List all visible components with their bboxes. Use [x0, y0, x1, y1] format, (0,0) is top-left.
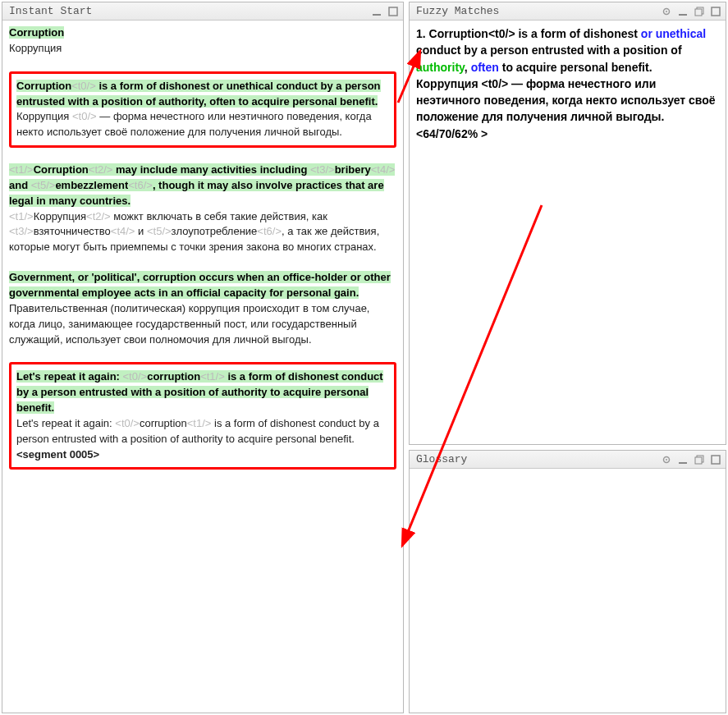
restore-icon[interactable] — [693, 5, 706, 18]
maximize-icon[interactable] — [709, 453, 722, 466]
glossary-title: Glossary — [416, 453, 657, 465]
fuzzy-src-pre: Corruption<t0/> is a form of dishonest — [429, 27, 641, 40]
segment-source: Corruption<t0/> is a form of dishonest o… — [16, 79, 389, 110]
fuzzy-header: Fuzzy Matches — [410, 2, 726, 21]
fuzzy-diff-often: often — [471, 61, 499, 74]
fuzzy-match-entry: 1. Corruption<t0/> is a form of dishones… — [416, 25, 719, 76]
glossary-panel: Glossary — [409, 450, 726, 713]
fuzzy-diff-authority: authority — [416, 61, 465, 74]
segment-source: Let's repeat it again: <t0/>corruption<t… — [16, 369, 389, 416]
segment-source: Corruption — [9, 25, 396, 41]
segment[interactable]: Government, or 'political', corruption o… — [9, 270, 396, 347]
svg-rect-6 — [695, 9, 702, 16]
minimize-icon[interactable] — [370, 5, 383, 18]
fuzzy-target: Коррупция <t0/> — форма нечестного или н… — [416, 76, 719, 126]
maximize-icon[interactable] — [387, 5, 400, 18]
fuzzy-diff-or: or — [641, 27, 652, 40]
fuzzy-num: 1. — [416, 27, 429, 40]
segment-target[interactable]: Коррупция — [9, 41, 396, 57]
gear-icon[interactable] — [660, 453, 673, 466]
segment[interactable]: <t1/>Corruption<t2/> may include many ac… — [9, 163, 396, 255]
segment[interactable]: Corruption<t0/> is a form of dishonest o… — [9, 71, 396, 148]
minimize-icon[interactable] — [676, 5, 689, 18]
svg-point-3 — [666, 11, 667, 12]
restore-icon[interactable] — [693, 453, 706, 466]
fuzzy-matches-panel: Fuzzy Matches 1. Corruption<t0/> is a fo… — [409, 2, 726, 445]
svg-rect-7 — [712, 7, 720, 16]
fuzzy-diff-unethical: unethical — [656, 27, 706, 40]
svg-rect-13 — [712, 456, 720, 464]
fuzzy-mid2: conduct by a person entrusted with a pos… — [416, 44, 682, 57]
fuzzy-title: Fuzzy Matches — [416, 5, 657, 17]
editor-body[interactable]: CorruptionКоррупцияCorruption<t0/> is a … — [2, 21, 403, 713]
svg-rect-10 — [679, 462, 687, 464]
segment-target[interactable]: <t1/>Коррупция<t2/> можкт включать в себ… — [9, 209, 396, 256]
svg-point-9 — [666, 459, 667, 461]
segment-target[interactable]: Let's repeat it again: <t0/>corruption<t… — [16, 416, 389, 463]
glossary-header: Glossary — [410, 451, 726, 469]
svg-rect-0 — [373, 14, 381, 16]
glossary-body[interactable] — [410, 469, 726, 713]
svg-rect-1 — [389, 7, 397, 16]
svg-rect-12 — [695, 457, 702, 464]
instant-start-panel: Instant Start CorruptionКоррупцияCorrupt… — [2, 2, 404, 713]
gear-icon[interactable] — [660, 5, 673, 18]
segment-source: <t1/>Corruption<t2/> may include many ac… — [9, 163, 396, 209]
fuzzy-tail: to acquire personal benefit. — [499, 61, 652, 74]
instant-start-title: Instant Start — [9, 5, 367, 17]
maximize-icon[interactable] — [709, 5, 722, 18]
fuzzy-score: <64/70/62% > — [416, 126, 719, 142]
fuzzy-body[interactable]: 1. Corruption<t0/> is a form of dishones… — [410, 21, 726, 444]
segment[interactable]: Let's repeat it again: <t0/>corruption<t… — [9, 362, 396, 470]
segment-target[interactable]: Правительственная (политическая) коррупц… — [9, 301, 396, 348]
segment-target[interactable]: Коррупция <t0/> — форма нечестного или н… — [16, 109, 389, 140]
minimize-icon[interactable] — [676, 453, 689, 466]
svg-rect-4 — [679, 14, 687, 16]
segment-source: Government, or 'political', corruption o… — [9, 270, 396, 301]
instant-start-header: Instant Start — [2, 2, 403, 21]
segment[interactable]: CorruptionКоррупция — [9, 25, 396, 57]
